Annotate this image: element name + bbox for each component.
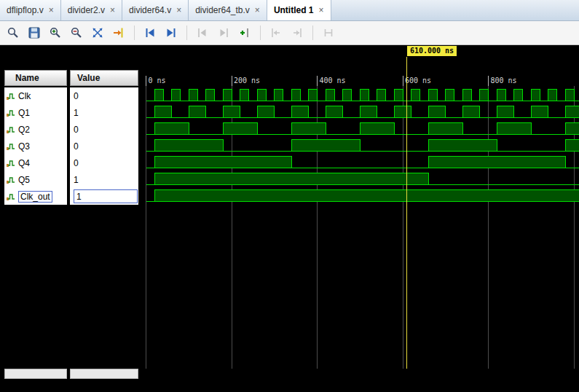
tab-label: divider2.v [68, 5, 105, 15]
signal-value-editbox[interactable]: 1 [74, 189, 138, 203]
name-column-header: Name [4, 70, 67, 86]
tab-dflipflop-v[interactable]: dflipflop.v× [0, 0, 61, 20]
toolbar-separator [312, 26, 313, 40]
next-transition-icon[interactable] [164, 26, 178, 40]
signal-name-row[interactable]: Q2 [4, 121, 67, 138]
svg-text:200 ns: 200 ns [234, 77, 260, 85]
signal-icon [7, 92, 15, 101]
tab-close-icon[interactable]: × [176, 6, 181, 15]
value-hscrollbar[interactable] [70, 369, 138, 379]
name-rows: ClkQ1Q2Q3Q4Q5Clk_out [4, 87, 67, 205]
search-icon[interactable] [6, 26, 20, 40]
svg-text:600 ns: 600 ns [405, 77, 431, 85]
signal-value-cell[interactable]: 0 [70, 87, 138, 104]
svg-text:400 ns: 400 ns [320, 77, 346, 85]
signal-value: 0 [74, 125, 79, 135]
cursor-label[interactable]: 610.000 ns [407, 46, 457, 56]
name-column-header-label: Name [15, 73, 39, 83]
signal-name-row[interactable]: Q3 [4, 138, 67, 154]
signal-icon [7, 109, 15, 117]
prev-marker-icon [195, 26, 210, 40]
tab-divider2-v[interactable]: divider2.v× [61, 0, 122, 20]
goto-prev-cursor-icon [269, 26, 283, 40]
signal-value-cell[interactable]: 1 [70, 104, 138, 121]
name-hscrollbar[interactable] [4, 369, 67, 379]
zoom-out-icon[interactable] [69, 26, 84, 40]
tab-label: divider64_tb.v [195, 5, 250, 15]
zoom-to-full-icon[interactable] [90, 26, 105, 40]
signal-name: Q3 [18, 141, 30, 152]
signal-name: Q5 [18, 175, 30, 185]
signal-name-row[interactable]: Clk [4, 87, 67, 104]
zoom-in-icon[interactable] [48, 26, 63, 40]
signal-icon [7, 125, 15, 134]
signal-value-cell[interactable]: 1 [70, 188, 138, 205]
goto-time-cursor-icon[interactable] [111, 26, 126, 40]
signal-value-cell[interactable]: 1 [70, 171, 138, 188]
signal-name-row[interactable]: Q5 [4, 171, 67, 188]
tab-label: dflipflop.v [7, 5, 44, 15]
signal-name-row[interactable]: Q4 [4, 154, 67, 171]
tab-close-icon[interactable]: × [319, 6, 324, 15]
tab-close-icon[interactable]: × [110, 6, 115, 15]
signal-value: 0 [74, 158, 79, 168]
wave-canvas[interactable]: 0 ns200 ns400 ns600 ns800 ns 610.000 ns [143, 45, 579, 392]
signal-name: Q1 [18, 108, 30, 118]
signal-value-cell[interactable]: 0 [70, 121, 138, 138]
signal-value-cell[interactable]: 0 [70, 138, 138, 154]
signal-value: 1 [76, 192, 82, 202]
tab-divider64-v[interactable]: divider64.v× [122, 0, 189, 20]
add-marker-icon[interactable] [237, 26, 252, 40]
tab-bar: dflipflop.v×divider2.v×divider64.v×divid… [0, 0, 579, 21]
save-icon[interactable] [27, 26, 42, 40]
signal-icon [7, 192, 15, 201]
value-rows: 0100011 [70, 87, 138, 205]
toolbar-separator [186, 26, 187, 40]
signal-value: 1 [74, 175, 79, 185]
signal-icon [7, 159, 15, 168]
signal-name: Clk_out [18, 191, 52, 203]
main-area: Name Value ClkQ1Q2Q3Q4Q5Clk_out 0100011 … [0, 45, 579, 392]
signal-name: Q2 [18, 125, 30, 135]
signal-value: 0 [74, 141, 79, 152]
prev-transition-icon[interactable] [143, 26, 157, 40]
signal-icon [7, 176, 15, 184]
value-column-header: Value [70, 70, 138, 86]
toolbar [0, 21, 579, 45]
svg-text:0 ns: 0 ns [149, 77, 166, 85]
tab-close-icon[interactable]: × [49, 6, 54, 15]
toolbar-separator [134, 26, 135, 40]
signal-name-row[interactable]: Q1 [4, 104, 67, 121]
signal-value: 0 [74, 91, 79, 101]
tab-untitled-1[interactable]: Untitled 1× [267, 0, 331, 20]
next-marker-icon [216, 26, 231, 40]
swap-cursors-icon [321, 26, 336, 40]
svg-text:800 ns: 800 ns [491, 77, 517, 85]
goto-next-cursor-icon [290, 26, 304, 40]
waveform-svg[interactable]: 0 ns200 ns400 ns600 ns800 ns [143, 45, 579, 392]
tab-divider64-tb-v[interactable]: divider64_tb.v× [189, 0, 267, 20]
signal-name: Clk [18, 91, 31, 101]
signal-value-cell[interactable]: 0 [70, 154, 138, 171]
tab-close-icon[interactable]: × [255, 6, 260, 15]
signal-name: Q4 [18, 158, 30, 168]
signal-value: 1 [74, 108, 79, 118]
tab-label: Untitled 1 [274, 5, 314, 15]
signal-icon [7, 142, 15, 151]
toolbar-separator [260, 26, 261, 40]
value-column-header-label: Value [77, 73, 100, 83]
signal-name-row[interactable]: Clk_out [4, 188, 67, 205]
tab-label: divider64.v [129, 5, 171, 15]
